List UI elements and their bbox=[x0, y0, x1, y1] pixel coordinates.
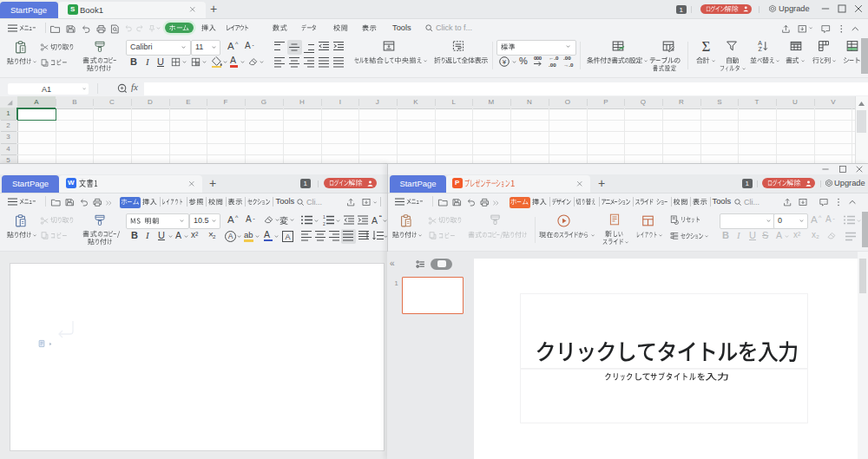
svg-text:A: A bbox=[285, 232, 290, 240]
svg-text:1: 1 bbox=[323, 215, 326, 220]
svg-text:A: A bbox=[228, 232, 233, 240]
svg-text:2: 2 bbox=[323, 221, 326, 226]
